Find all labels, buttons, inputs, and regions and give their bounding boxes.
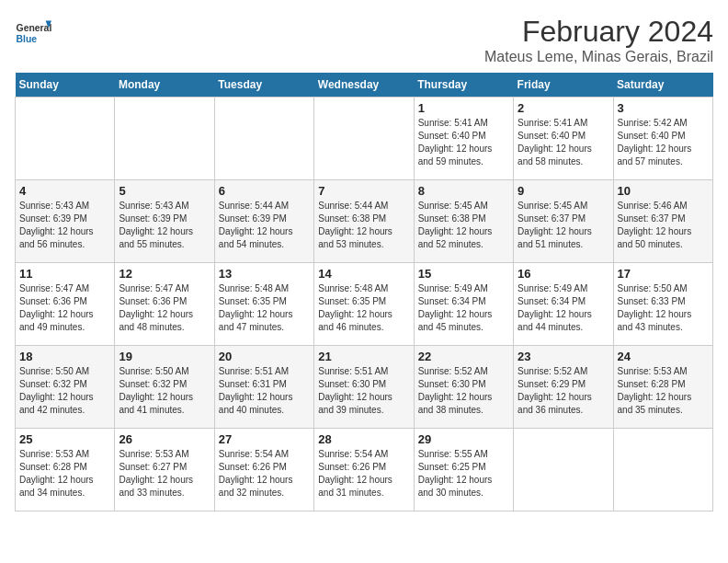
calendar-cell bbox=[514, 429, 613, 511]
day-number: 6 bbox=[219, 184, 310, 198]
day-number: 13 bbox=[219, 267, 310, 281]
svg-text:General: General bbox=[17, 23, 51, 33]
day-info: Sunrise: 5:51 AMSunset: 6:30 PMDaylight:… bbox=[318, 365, 409, 417]
day-number: 28 bbox=[318, 432, 409, 446]
day-info: Sunrise: 5:55 AMSunset: 6:25 PMDaylight:… bbox=[418, 448, 509, 500]
day-number: 1 bbox=[418, 101, 509, 115]
day-number: 21 bbox=[318, 350, 409, 363]
day-info: Sunrise: 5:52 AMSunset: 6:29 PMDaylight:… bbox=[518, 365, 609, 417]
day-number: 27 bbox=[219, 432, 310, 446]
day-info: Sunrise: 5:41 AMSunset: 6:40 PMDaylight:… bbox=[518, 117, 609, 168]
logo-icon: General Blue bbox=[15, 15, 51, 52]
calendar-cell: 6Sunrise: 5:44 AMSunset: 6:39 PMDaylight… bbox=[214, 180, 313, 263]
day-number: 17 bbox=[618, 267, 709, 281]
day-number: 25 bbox=[19, 432, 110, 446]
day-number: 7 bbox=[318, 184, 409, 198]
day-info: Sunrise: 5:50 AMSunset: 6:32 PMDaylight:… bbox=[119, 365, 210, 417]
calendar-cell: 2Sunrise: 5:41 AMSunset: 6:40 PMDaylight… bbox=[514, 98, 613, 180]
week-row-5: 25Sunrise: 5:53 AMSunset: 6:28 PMDayligh… bbox=[16, 429, 713, 511]
day-info: Sunrise: 5:50 AMSunset: 6:33 PMDaylight:… bbox=[618, 282, 709, 334]
calendar-cell bbox=[16, 98, 115, 180]
calendar-cell: 29Sunrise: 5:55 AMSunset: 6:25 PMDayligh… bbox=[414, 429, 513, 511]
day-number: 4 bbox=[19, 184, 110, 198]
day-info: Sunrise: 5:48 AMSunset: 6:35 PMDaylight:… bbox=[318, 282, 409, 334]
day-info: Sunrise: 5:50 AMSunset: 6:32 PMDaylight:… bbox=[19, 365, 110, 417]
location-title: Mateus Leme, Minas Gerais, Brazil bbox=[484, 49, 713, 65]
week-row-1: 1Sunrise: 5:41 AMSunset: 6:40 PMDaylight… bbox=[16, 98, 713, 180]
day-number: 8 bbox=[418, 184, 509, 198]
day-info: Sunrise: 5:41 AMSunset: 6:40 PMDaylight:… bbox=[418, 117, 509, 168]
week-row-2: 4Sunrise: 5:43 AMSunset: 6:39 PMDaylight… bbox=[16, 180, 713, 263]
day-info: Sunrise: 5:54 AMSunset: 6:26 PMDaylight:… bbox=[219, 448, 310, 500]
day-number: 22 bbox=[418, 350, 509, 363]
day-info: Sunrise: 5:48 AMSunset: 6:35 PMDaylight:… bbox=[219, 282, 310, 334]
day-info: Sunrise: 5:43 AMSunset: 6:39 PMDaylight:… bbox=[19, 200, 110, 251]
calendar-cell: 16Sunrise: 5:49 AMSunset: 6:34 PMDayligh… bbox=[514, 263, 613, 346]
calendar-cell bbox=[613, 429, 712, 511]
calendar-cell: 28Sunrise: 5:54 AMSunset: 6:26 PMDayligh… bbox=[314, 429, 414, 511]
day-info: Sunrise: 5:53 AMSunset: 6:27 PMDaylight:… bbox=[119, 448, 210, 500]
day-info: Sunrise: 5:47 AMSunset: 6:36 PMDaylight:… bbox=[19, 282, 110, 334]
calendar-cell: 17Sunrise: 5:50 AMSunset: 6:33 PMDayligh… bbox=[613, 263, 712, 346]
day-number: 5 bbox=[119, 184, 210, 198]
calendar-cell: 18Sunrise: 5:50 AMSunset: 6:32 PMDayligh… bbox=[16, 346, 115, 429]
page-header: General Blue February 2024 Mateus Leme, … bbox=[15, 15, 713, 65]
day-info: Sunrise: 5:44 AMSunset: 6:39 PMDaylight:… bbox=[219, 200, 310, 251]
day-info: Sunrise: 5:45 AMSunset: 6:37 PMDaylight:… bbox=[518, 200, 609, 251]
day-info: Sunrise: 5:51 AMSunset: 6:31 PMDaylight:… bbox=[219, 365, 310, 417]
calendar-cell: 25Sunrise: 5:53 AMSunset: 6:28 PMDayligh… bbox=[16, 429, 115, 511]
calendar-cell: 13Sunrise: 5:48 AMSunset: 6:35 PMDayligh… bbox=[214, 263, 313, 346]
column-header-friday: Friday bbox=[514, 73, 613, 98]
column-header-thursday: Thursday bbox=[414, 73, 513, 98]
day-info: Sunrise: 5:54 AMSunset: 6:26 PMDaylight:… bbox=[318, 448, 409, 500]
calendar-cell: 23Sunrise: 5:52 AMSunset: 6:29 PMDayligh… bbox=[514, 346, 613, 429]
calendar-cell: 15Sunrise: 5:49 AMSunset: 6:34 PMDayligh… bbox=[414, 263, 513, 346]
day-number: 2 bbox=[518, 101, 609, 115]
week-row-3: 11Sunrise: 5:47 AMSunset: 6:36 PMDayligh… bbox=[16, 263, 713, 346]
day-number: 18 bbox=[19, 350, 110, 363]
day-info: Sunrise: 5:47 AMSunset: 6:36 PMDaylight:… bbox=[119, 282, 210, 334]
calendar-cell: 7Sunrise: 5:44 AMSunset: 6:38 PMDaylight… bbox=[314, 180, 414, 263]
calendar-cell: 9Sunrise: 5:45 AMSunset: 6:37 PMDaylight… bbox=[514, 180, 613, 263]
day-info: Sunrise: 5:46 AMSunset: 6:37 PMDaylight:… bbox=[618, 200, 709, 251]
day-number: 20 bbox=[219, 350, 310, 363]
day-number: 29 bbox=[418, 432, 509, 446]
calendar-cell bbox=[214, 98, 313, 180]
calendar-cell: 1Sunrise: 5:41 AMSunset: 6:40 PMDaylight… bbox=[414, 98, 513, 180]
svg-text:Blue: Blue bbox=[17, 34, 38, 44]
calendar-cell: 11Sunrise: 5:47 AMSunset: 6:36 PMDayligh… bbox=[16, 263, 115, 346]
calendar-cell: 21Sunrise: 5:51 AMSunset: 6:30 PMDayligh… bbox=[314, 346, 414, 429]
day-number: 3 bbox=[618, 101, 709, 115]
day-number: 10 bbox=[618, 184, 709, 198]
calendar-cell: 5Sunrise: 5:43 AMSunset: 6:39 PMDaylight… bbox=[115, 180, 214, 263]
calendar-cell: 10Sunrise: 5:46 AMSunset: 6:37 PMDayligh… bbox=[613, 180, 712, 263]
day-info: Sunrise: 5:43 AMSunset: 6:39 PMDaylight:… bbox=[119, 200, 210, 251]
day-number: 26 bbox=[119, 432, 210, 446]
day-info: Sunrise: 5:45 AMSunset: 6:38 PMDaylight:… bbox=[418, 200, 509, 251]
month-title: February 2024 bbox=[484, 15, 713, 49]
day-number: 19 bbox=[119, 350, 210, 363]
column-header-monday: Monday bbox=[115, 73, 214, 98]
day-info: Sunrise: 5:49 AMSunset: 6:34 PMDaylight:… bbox=[418, 282, 509, 334]
calendar-cell: 14Sunrise: 5:48 AMSunset: 6:35 PMDayligh… bbox=[314, 263, 414, 346]
day-number: 11 bbox=[19, 267, 110, 281]
title-section: February 2024 Mateus Leme, Minas Gerais,… bbox=[484, 15, 713, 65]
header-row: SundayMondayTuesdayWednesdayThursdayFrid… bbox=[16, 73, 713, 98]
day-number: 16 bbox=[518, 267, 609, 281]
day-info: Sunrise: 5:52 AMSunset: 6:30 PMDaylight:… bbox=[418, 365, 509, 417]
calendar-table: SundayMondayTuesdayWednesdayThursdayFrid… bbox=[15, 73, 713, 511]
week-row-4: 18Sunrise: 5:50 AMSunset: 6:32 PMDayligh… bbox=[16, 346, 713, 429]
day-number: 24 bbox=[618, 350, 709, 363]
day-info: Sunrise: 5:53 AMSunset: 6:28 PMDaylight:… bbox=[618, 365, 709, 417]
column-header-tuesday: Tuesday bbox=[214, 73, 313, 98]
logo: General Blue bbox=[15, 15, 55, 52]
calendar-cell: 26Sunrise: 5:53 AMSunset: 6:27 PMDayligh… bbox=[115, 429, 214, 511]
day-number: 9 bbox=[518, 184, 609, 198]
day-info: Sunrise: 5:42 AMSunset: 6:40 PMDaylight:… bbox=[618, 117, 709, 168]
day-number: 15 bbox=[418, 267, 509, 281]
calendar-cell: 12Sunrise: 5:47 AMSunset: 6:36 PMDayligh… bbox=[115, 263, 214, 346]
calendar-cell: 19Sunrise: 5:50 AMSunset: 6:32 PMDayligh… bbox=[115, 346, 214, 429]
day-info: Sunrise: 5:53 AMSunset: 6:28 PMDaylight:… bbox=[19, 448, 110, 500]
calendar-cell: 27Sunrise: 5:54 AMSunset: 6:26 PMDayligh… bbox=[214, 429, 313, 511]
day-number: 23 bbox=[518, 350, 609, 363]
